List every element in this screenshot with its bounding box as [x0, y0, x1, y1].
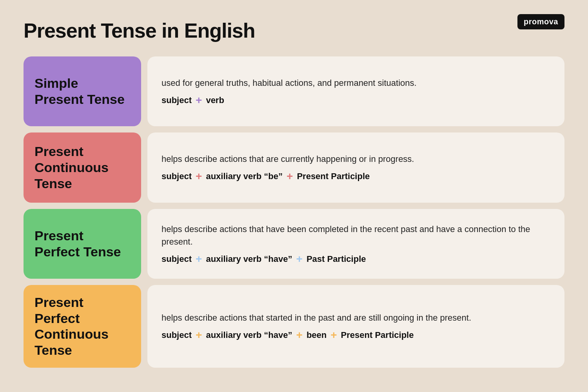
formula-word: subject [162, 254, 192, 264]
cards-grid: Simple Present Tenseused for general tru… [24, 56, 564, 368]
plus-icon: + [330, 330, 337, 341]
tense-content-present-perfect: helps describe actions that have been co… [147, 209, 564, 279]
formula-line-present-continuous: subject+auxiliary verb “be”+Present Part… [162, 171, 550, 182]
tense-content-present-continuous: helps describe actions that are currentl… [147, 132, 564, 202]
page-title: Present Tense in English [24, 19, 564, 42]
tense-label-text-simple-present: Simple Present Tense [34, 75, 125, 107]
formula-word: auxiliary verb “have” [206, 330, 292, 340]
formula-line-simple-present: subject+verb [162, 95, 550, 106]
promova-logo: promova [517, 14, 564, 29]
tense-description-simple-present: used for general truths, habitual action… [162, 77, 550, 89]
formula-word: verb [206, 95, 224, 105]
formula-word: Present Participle [297, 171, 370, 181]
plus-icon: + [196, 171, 202, 182]
tense-label-text-present-perfect-continuous: Present Perfect Continuous Tense [34, 294, 130, 358]
formula-line-present-perfect: subject+auxiliary verb “have”+Past Parti… [162, 254, 550, 265]
tense-label-present-continuous: Present Continuous Tense [24, 132, 141, 202]
page-container: promova Present Tense in English Simple … [0, 0, 588, 392]
formula-word: subject [162, 171, 192, 181]
formula-word: Past Participle [307, 254, 366, 264]
formula-word: subject [162, 330, 192, 340]
tense-label-text-present-continuous: Present Continuous Tense [34, 143, 109, 191]
tense-label-text-present-perfect: Present Perfect Tense [34, 228, 121, 260]
tense-content-simple-present: used for general truths, habitual action… [147, 56, 564, 126]
formula-word: auxiliary verb “be” [206, 171, 283, 181]
plus-icon: + [287, 171, 293, 182]
tense-description-present-perfect: helps describe actions that have been co… [162, 223, 550, 248]
tense-description-present-perfect-continuous: helps describe actions that started in t… [162, 312, 550, 324]
tense-content-present-perfect-continuous: helps describe actions that started in t… [147, 285, 564, 368]
plus-icon: + [296, 254, 303, 265]
formula-word: been [307, 330, 327, 340]
plus-icon: + [196, 95, 202, 106]
formula-word: auxiliary verb “have” [206, 254, 292, 264]
formula-line-present-perfect-continuous: subject+auxiliary verb “have”+been+Prese… [162, 330, 550, 341]
plus-icon: + [296, 330, 303, 341]
formula-word: subject [162, 95, 192, 105]
tense-label-simple-present: Simple Present Tense [24, 56, 141, 126]
plus-icon: + [196, 330, 202, 341]
tense-description-present-continuous: helps describe actions that are currentl… [162, 153, 550, 165]
plus-icon: + [196, 254, 202, 265]
tense-label-present-perfect: Present Perfect Tense [24, 209, 141, 279]
tense-label-present-perfect-continuous: Present Perfect Continuous Tense [24, 285, 141, 368]
formula-word: Present Participle [341, 330, 414, 340]
